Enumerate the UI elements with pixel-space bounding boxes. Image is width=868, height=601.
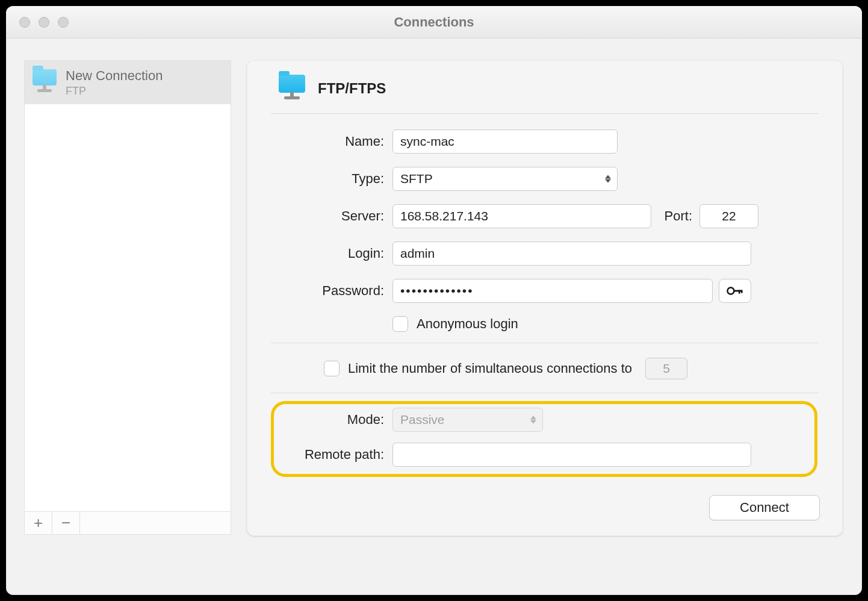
remote-path-input[interactable] xyxy=(392,443,751,467)
chevron-updown-icon xyxy=(605,175,611,183)
network-folder-icon xyxy=(277,75,307,102)
mode-label: Mode: xyxy=(271,412,392,428)
connection-settings-panel: FTP/FTPS Name: Type: SFTP Server: xyxy=(247,60,843,536)
name-input[interactable] xyxy=(392,129,618,154)
password-input[interactable] xyxy=(392,279,713,303)
connect-button-label: Connect xyxy=(740,500,789,515)
titlebar: Connections xyxy=(6,6,862,39)
type-value: SFTP xyxy=(400,172,433,186)
name-label: Name: xyxy=(271,134,392,149)
sidebar-toolbar: + − xyxy=(24,512,231,535)
login-label: Login: xyxy=(271,246,392,261)
sidebar-item-connection[interactable]: New Connection FTP xyxy=(25,61,231,104)
svg-rect-2 xyxy=(739,290,740,294)
chevron-updown-icon xyxy=(530,416,536,424)
password-label: Password: xyxy=(271,283,392,299)
anonymous-label: Anonymous login xyxy=(417,316,518,332)
network-folder-icon xyxy=(31,69,58,96)
sidebar-item-subtitle: FTP xyxy=(66,85,163,98)
connect-button[interactable]: Connect xyxy=(709,495,820,520)
svg-rect-1 xyxy=(734,290,742,292)
zoom-icon[interactable] xyxy=(58,17,69,28)
type-label: Type: xyxy=(271,171,392,187)
mode-select: Passive xyxy=(392,408,543,432)
limit-checkbox[interactable] xyxy=(324,361,339,376)
login-input[interactable] xyxy=(392,241,751,266)
svg-point-0 xyxy=(728,288,734,294)
server-input[interactable] xyxy=(392,204,651,228)
panel-title: FTP/FTPS xyxy=(318,80,386,97)
limit-label: Limit the number of simultaneous connect… xyxy=(348,361,632,376)
limit-count-input xyxy=(645,358,687,379)
key-button[interactable] xyxy=(719,279,751,303)
server-label: Server: xyxy=(271,208,392,224)
port-input[interactable] xyxy=(699,204,758,228)
mode-value: Passive xyxy=(400,413,445,427)
connections-sidebar: New Connection FTP xyxy=(24,60,231,512)
remote-path-label: Remote path: xyxy=(271,447,392,462)
close-icon[interactable] xyxy=(19,17,30,28)
remove-connection-button[interactable]: − xyxy=(52,512,80,534)
anonymous-checkbox[interactable] xyxy=(392,316,408,332)
port-label: Port: xyxy=(657,208,699,224)
window-title: Connections xyxy=(6,14,862,30)
minimize-icon[interactable] xyxy=(39,17,49,28)
svg-rect-3 xyxy=(741,290,743,293)
type-select[interactable]: SFTP xyxy=(392,167,618,191)
window-controls xyxy=(19,17,69,28)
key-icon xyxy=(727,286,743,296)
sidebar-item-title: New Connection xyxy=(66,68,163,84)
add-connection-button[interactable]: + xyxy=(25,512,52,534)
